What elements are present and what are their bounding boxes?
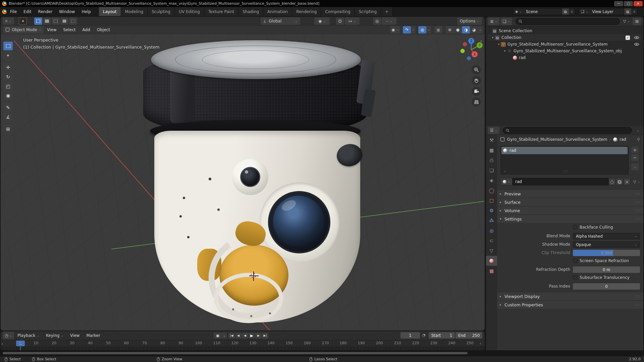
shadow-mode-dropdown[interactable]: Opaque⌄: [573, 241, 640, 248]
refraction-depth-field[interactable]: 0 m: [573, 266, 640, 273]
gizmos-dropdown[interactable]: ⌄: [411, 26, 416, 34]
proportional-falloff-dropdown[interactable]: ⌢⌄: [382, 17, 396, 25]
jump-to-start-button[interactable]: |◀: [228, 333, 235, 339]
delete-scene-icon[interactable]: ×: [569, 8, 575, 15]
camera-view-icon[interactable]: [472, 86, 481, 96]
tab-render-icon[interactable]: ▩: [486, 145, 497, 155]
pass-index-field[interactable]: 0: [573, 283, 640, 290]
minimize-button[interactable]: ─: [614, 1, 623, 6]
blender-menu-icon[interactable]: [2, 9, 7, 14]
shading-material-button[interactable]: ◑: [462, 26, 470, 34]
resize-grip[interactable]: ∷∷: [563, 169, 569, 174]
outliner-editor-button[interactable]: ≣⌄: [488, 18, 499, 25]
measure-tool[interactable]: ∡: [3, 113, 13, 121]
snap-toggle[interactable]: Ω: [336, 17, 344, 25]
scene-icon[interactable]: ◈⌄: [513, 8, 524, 15]
tab-layout[interactable]: Layout: [99, 7, 121, 16]
tab-view-layer-icon[interactable]: ❑: [486, 165, 497, 175]
tab-texture-icon[interactable]: ▦: [486, 266, 497, 276]
properties-editor-button[interactable]: ☰⌄: [488, 127, 499, 134]
menu-keying[interactable]: Keying⌄: [43, 331, 67, 340]
close-button[interactable]: ×: [634, 1, 643, 6]
editor-type-button[interactable]: ⌗⌄: [3, 17, 14, 25]
subsurface-translucency-checkbox[interactable]: [573, 275, 577, 280]
tab-modifiers-icon[interactable]: ⚙: [486, 205, 497, 216]
remove-slot-button[interactable]: −: [631, 154, 639, 161]
shading-wireframe-button[interactable]: ⊕: [446, 26, 454, 34]
rotate-tool[interactable]: ↻: [3, 72, 13, 81]
maximize-button[interactable]: ▢: [624, 1, 633, 6]
breadcrumb-object[interactable]: Gyro_Stabilized_Multisensor_Surveillance…: [507, 137, 607, 142]
current-frame-field[interactable]: 1: [400, 332, 420, 339]
tab-physics-icon[interactable]: ◎: [486, 226, 497, 236]
menu-window[interactable]: Window: [56, 7, 78, 16]
menu-render[interactable]: Render: [35, 7, 56, 16]
snap-settings-dropdown[interactable]: ↦⌄: [345, 17, 360, 25]
jump-to-end-button[interactable]: ▶|: [262, 333, 268, 339]
add-slot-button[interactable]: +: [631, 146, 639, 153]
eye-icon[interactable]: [634, 43, 639, 46]
timeline-expand-icon[interactable]: ›: [1, 341, 3, 346]
overlays-dropdown[interactable]: ⌄: [426, 26, 431, 34]
add-cube-tool[interactable]: ⊞: [3, 125, 13, 133]
menu-file[interactable]: File: [7, 7, 20, 16]
stopwatch-icon[interactable]: ◔: [422, 333, 425, 337]
menu-select[interactable]: Select: [60, 25, 79, 34]
options-dropdown[interactable]: Options⌄: [457, 17, 482, 25]
copy-view-layer-icon[interactable]: ⧉: [624, 8, 631, 15]
xray-toggle[interactable]: ▣: [434, 26, 442, 34]
shading-solid-button[interactable]: ●: [454, 26, 462, 34]
tab-uv-editing[interactable]: UV Editing: [175, 7, 204, 16]
tab-particles-icon[interactable]: ⁂: [486, 216, 497, 226]
prev-keyframe-button[interactable]: ◀: [235, 333, 241, 339]
tab-scene-icon[interactable]: ◈: [486, 175, 497, 185]
tab-tool-icon[interactable]: ⚒: [486, 135, 497, 145]
play-button[interactable]: ▶: [249, 333, 255, 339]
blend-mode-dropdown[interactable]: Alpha Hashed⌄: [573, 233, 640, 239]
proportional-edit-toggle[interactable]: ◎: [373, 17, 381, 25]
menu-view[interactable]: View: [44, 25, 60, 34]
move-tool[interactable]: ✛: [3, 63, 13, 72]
select-mode-subtract-icon[interactable]: [52, 17, 60, 25]
play-reverse-button[interactable]: ◀: [242, 333, 248, 339]
collapse-sidebar-icon[interactable]: ‹: [480, 38, 482, 44]
tab-modeling[interactable]: Modeling: [121, 7, 148, 16]
pivot-point-dropdown[interactable]: ◉⌄: [314, 17, 330, 25]
menu-object[interactable]: Object: [94, 25, 113, 34]
tab-animation[interactable]: Animation: [263, 7, 292, 16]
outliner-row-object[interactable]: ▾ ▽ Gyro_Stabilized_Multisensor_Surveill…: [488, 41, 641, 48]
screen-space-refraction-checkbox[interactable]: [573, 258, 577, 263]
menu-tl-view[interactable]: View: [67, 331, 83, 340]
copy-scene-icon[interactable]: ⧉: [561, 8, 569, 15]
timeline-scrollbar[interactable]: [3, 352, 468, 354]
toggle-perspective-icon[interactable]: [472, 97, 481, 107]
backface-culling-checkbox[interactable]: [573, 225, 577, 229]
slot-specials-dropdown[interactable]: ⌄: [631, 164, 639, 170]
section-volume[interactable]: ▸Volume∷∷: [497, 206, 643, 215]
slot-list-expand-icon[interactable]: ⌄: [503, 170, 506, 173]
timeline-track[interactable]: [1, 346, 485, 350]
select-mode-intersect-icon[interactable]: [69, 17, 77, 25]
timeline-editor-button[interactable]: ◷⌄: [3, 332, 14, 339]
properties-search-input[interactable]: [503, 127, 632, 134]
select-mode-invert-icon[interactable]: [60, 17, 68, 25]
timeline-ruler[interactable]: 1 10 20 30 40 50 60 70 80 90 100 110 120…: [1, 340, 485, 346]
cursor-tool[interactable]: ⌖: [3, 51, 13, 60]
active-tool-icon[interactable]: ➤: [19, 17, 27, 25]
timeline-collapse-icon[interactable]: ‹: [480, 341, 481, 346]
section-viewport-display[interactable]: ▸Viewport Display∷∷: [497, 292, 643, 300]
shading-dropdown[interactable]: ⌄: [478, 26, 483, 34]
tab-data-icon[interactable]: ▽: [486, 246, 497, 256]
section-surface[interactable]: ▸Surface∷∷: [497, 198, 643, 206]
delete-view-layer-icon[interactable]: ×: [631, 8, 637, 15]
outliner-row-scene-collection[interactable]: ▤ Scene Collection: [488, 27, 641, 34]
transform-orientation-dropdown[interactable]: ⟂Global⌄: [261, 17, 300, 25]
gizmos-toggle[interactable]: ↷: [403, 26, 411, 34]
menu-add[interactable]: Add: [79, 25, 94, 34]
unlink-material-icon[interactable]: ×: [623, 178, 631, 185]
select-mode-new-icon[interactable]: [34, 17, 42, 25]
viewport-canvas[interactable]: User Perspective (1) Collection | Gyro_S…: [1, 34, 485, 330]
mode-dropdown[interactable]: Object Mode⌄: [3, 26, 44, 34]
navigation-gizmo[interactable]: Z Y X: [460, 37, 483, 60]
tab-output-icon[interactable]: ⎙: [486, 155, 497, 165]
